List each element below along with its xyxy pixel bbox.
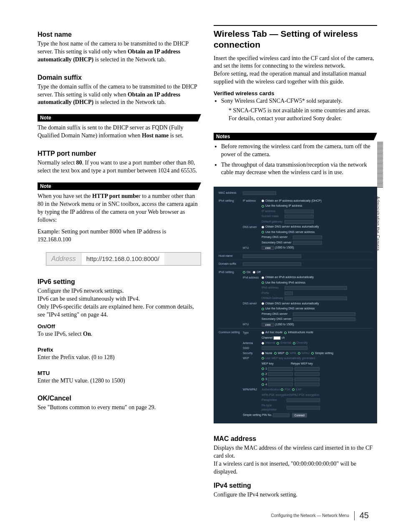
verified-footnote: * SNCA-CFW5 is not available in some cou… xyxy=(229,107,377,123)
onoff-body: To use IPv6, select On. xyxy=(38,330,201,338)
mtu-heading: MTU xyxy=(38,370,201,376)
ipv4-setting-heading: IPv4 setting xyxy=(214,482,377,489)
page-footer: Configuring the Network — Network Menu 4… xyxy=(271,511,369,520)
left-column: Host name Type the host name of the came… xyxy=(38,25,201,515)
prefix-heading: Prefix xyxy=(38,347,201,353)
notes-label: Notes xyxy=(214,133,377,140)
note-label: Note xyxy=(38,182,201,190)
right-column: Wireless Tab — Setting of wireless conne… xyxy=(214,25,377,515)
wireless-intro: Insert the specified wireless card into … xyxy=(214,55,377,86)
domain-suffix-heading: Domain suffix xyxy=(38,74,201,81)
list-item: The throughput of data transmission/rece… xyxy=(221,161,377,177)
list-item: Sony Wireless Card SNCA-CFW5* sold separ… xyxy=(221,97,377,123)
ipv6-body: Configure the IPv6 network settings. IPv… xyxy=(38,287,201,319)
onoff-heading: On/Off xyxy=(38,323,201,329)
address-url: http://192.168.0.100:8000/ xyxy=(81,253,164,265)
address-bar-screenshot: Address http://192.168.0.100:8000/ xyxy=(46,252,201,266)
prefix-body: Enter the Prefix value. (0 to 128) xyxy=(38,354,201,362)
wireless-tab-title: Wireless Tab — Setting of wireless conne… xyxy=(214,25,377,51)
ipv4-setting-body: Configure the IPv4 network setting. xyxy=(214,491,377,499)
footer-text: Configuring the Network — Network Menu xyxy=(271,513,349,518)
http-port-example: Example: Setting port number 8000 when I… xyxy=(38,228,201,244)
hostname-heading: Host name xyxy=(38,31,201,38)
http-port-body: Normally select 80. If you want to use a… xyxy=(38,159,201,175)
notes-list: Before removing the wireless card from t… xyxy=(214,143,377,180)
footer-separator xyxy=(354,511,355,520)
list-item: Before removing the wireless card from t… xyxy=(221,143,377,159)
verified-cards-heading: Verified wireless cards xyxy=(214,90,377,96)
http-port-heading: HTTP port number xyxy=(38,150,201,157)
domain-suffix-note: The domain suffix is sent to the DHCP se… xyxy=(38,124,201,140)
note-label: Note xyxy=(38,114,201,122)
verified-cards-list: Sony Wireless Card SNCA-CFW5* sold separ… xyxy=(214,97,377,125)
http-port-note: When you have set the HTTP port number t… xyxy=(38,193,201,224)
side-tab-label: Administrating the Camera xyxy=(375,196,380,251)
mtu-body: Enter the MTU value. (1280 to 1500) xyxy=(38,377,201,385)
domain-suffix-body: Type the domain suffix of the camera to … xyxy=(38,83,201,107)
mac-address-heading: MAC address xyxy=(214,435,377,443)
ipv6-heading: IPv6 setting xyxy=(38,278,201,286)
ok-cancel-body: See "Buttons common to every menu" on pa… xyxy=(38,404,201,412)
hostname-body: Type the host name of the camera to be t… xyxy=(38,40,201,64)
ok-cancel-heading: OK/Cancel xyxy=(38,395,201,402)
wireless-settings-screenshot: MAC address IPv4 settingIP addressObtain… xyxy=(214,187,377,423)
page-number: 45 xyxy=(360,511,369,520)
mac-address-body: Displays the MAC address of the wireless… xyxy=(214,444,377,476)
side-tab: Administrating the Camera xyxy=(375,142,383,376)
side-tab-lines-icon xyxy=(377,142,383,188)
address-label: Address xyxy=(46,253,81,265)
